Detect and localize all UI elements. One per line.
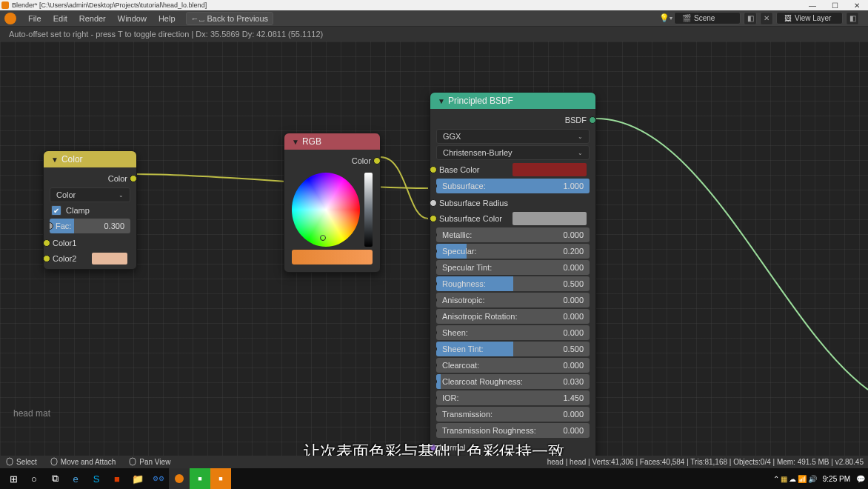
scene-label: Scene bbox=[694, 14, 715, 22]
node-bsdf-header[interactable]: ▼ Principled BSDF bbox=[430, 93, 595, 109]
socket-out-bsdf[interactable] bbox=[589, 116, 596, 124]
socket-in-color2[interactable] bbox=[43, 255, 50, 262]
socket-in[interactable] bbox=[436, 427, 437, 434]
bsdf-sss-dropdown[interactable]: Christensen-Burley⌄ bbox=[436, 145, 590, 160]
lamp-icon[interactable]: 💡▾ bbox=[661, 13, 671, 24]
sticky-notes-icon[interactable]: ▦ bbox=[781, 475, 787, 483]
bsdf-slider-4[interactable]: Metallic:0.000 bbox=[436, 227, 590, 242]
cortana-icon[interactable]: ○ bbox=[24, 468, 44, 489]
window-titlebar: Blender* [C:\Users\admin\Desktop\Project… bbox=[0, 0, 868, 10]
bsdf-slider-16[interactable]: Transmission Roughness:0.000 bbox=[436, 423, 590, 438]
bsdf-slider-10[interactable]: Sheen:0.000 bbox=[436, 325, 590, 340]
status-select: Select bbox=[6, 457, 37, 468]
bsdf-slider-9[interactable]: Anisotropic Rotation:0.000 bbox=[436, 309, 590, 324]
maximize-button[interactable]: ☐ bbox=[824, 0, 846, 10]
color2-swatch[interactable] bbox=[92, 253, 127, 265]
bsdf-slider-13[interactable]: Clearcoat Roughness:0.030 bbox=[436, 374, 590, 389]
value-slider[interactable] bbox=[364, 173, 373, 247]
start-button[interactable]: ⊞ bbox=[3, 468, 24, 489]
bsdf-slider-8[interactable]: Anisotropic:0.000 bbox=[436, 293, 590, 307]
bsdf-slider-1[interactable]: Subsurface:1.000 bbox=[436, 179, 590, 193]
bsdf-slider-11[interactable]: Sheen Tint:0.500 bbox=[436, 342, 590, 356]
blender-taskbar-icon[interactable] bbox=[169, 468, 190, 489]
menu-window[interactable]: Window bbox=[112, 13, 153, 24]
node-rgb-header[interactable]: ▼ RGB bbox=[284, 133, 380, 150]
node-principled-bsdf[interactable]: ▼ Principled BSDF BSDF GGX⌄ Christensen-… bbox=[430, 92, 596, 474]
settings-icon[interactable]: ⚙⚙ bbox=[148, 468, 169, 489]
socket-in[interactable] bbox=[430, 199, 437, 207]
scene-delete-button[interactable]: ✕ bbox=[760, 12, 773, 25]
menu-edit[interactable]: Edit bbox=[47, 13, 73, 24]
socket-in[interactable] bbox=[436, 362, 437, 369]
collapse-icon: ▼ bbox=[292, 138, 299, 146]
back-arrow-icon: ←⎵ bbox=[191, 14, 204, 23]
bsdf-slider-14[interactable]: IOR:1.450 bbox=[436, 390, 590, 405]
bsdf-slider-6[interactable]: Specular Tint:0.000 bbox=[436, 260, 590, 275]
viewlayer-field[interactable]: 🖼 View Layer bbox=[776, 12, 843, 24]
node-rgb[interactable]: ▼ RGB Color bbox=[284, 133, 381, 273]
collapse-icon: ▼ bbox=[438, 97, 445, 105]
scene-field[interactable]: 🎬 Scene bbox=[674, 12, 741, 24]
back-label: Back to Previous bbox=[207, 14, 269, 23]
socket-in[interactable] bbox=[436, 329, 437, 336]
color-wheel[interactable] bbox=[292, 173, 360, 247]
collapse-icon: ▼ bbox=[51, 156, 59, 164]
back-to-previous-button[interactable]: ←⎵ Back to Previous bbox=[186, 12, 274, 25]
mouse-icon bbox=[50, 457, 58, 468]
bsdf-slider-5[interactable]: Specular:0.200 bbox=[436, 244, 590, 259]
viewlayer-browse-button[interactable]: ◧ bbox=[846, 12, 859, 25]
menu-render[interactable]: Render bbox=[73, 13, 112, 24]
bsdf-output: BSDF bbox=[433, 112, 592, 127]
notifications-icon[interactable]: 💬 bbox=[856, 475, 865, 483]
viewlayer-icon: 🖼 bbox=[784, 14, 792, 22]
edge-icon[interactable]: e bbox=[65, 468, 86, 489]
socket-in[interactable] bbox=[436, 313, 437, 320]
node-editor[interactable]: ▼ Color Color Color⌄ ✔ Clamp Fac:0.300 C… bbox=[0, 41, 868, 456]
socket-in[interactable] bbox=[430, 444, 437, 451]
socket-in[interactable] bbox=[430, 215, 437, 222]
menu-file[interactable]: File bbox=[22, 13, 47, 24]
scene-browse-button[interactable]: ◧ bbox=[744, 12, 757, 25]
node-bsdf-title: Principled BSDF bbox=[448, 96, 513, 106]
bsdf-slider-12[interactable]: Clearcoat:0.000 bbox=[436, 358, 590, 373]
socket-in[interactable] bbox=[436, 296, 437, 304]
color-wheel-cursor bbox=[320, 235, 326, 241]
skype-icon[interactable]: S bbox=[86, 468, 107, 489]
node-mix-title: Color bbox=[61, 154, 83, 164]
socket-in[interactable] bbox=[436, 231, 437, 239]
socket-in[interactable] bbox=[436, 264, 437, 271]
clock[interactable]: 9:25 PM bbox=[818, 475, 855, 483]
bsdf-distribution-dropdown[interactable]: GGX⌄ bbox=[436, 129, 590, 144]
volume-icon[interactable]: 🔊 bbox=[808, 475, 817, 483]
explorer-icon[interactable]: 📁 bbox=[127, 468, 148, 489]
app-green-icon[interactable]: ■ bbox=[190, 468, 210, 489]
bsdf-slider-7[interactable]: Roughness:0.500 bbox=[436, 276, 590, 291]
color-result-swatch[interactable] bbox=[292, 250, 373, 265]
mix-fac-slider[interactable]: Fac:0.300 bbox=[50, 219, 130, 233]
socket-in[interactable] bbox=[436, 394, 437, 402]
office-icon[interactable]: ■ bbox=[107, 468, 127, 489]
socket-in[interactable] bbox=[430, 166, 437, 173]
wifi-icon[interactable]: 📶 bbox=[798, 475, 807, 483]
socket-out-rgb[interactable] bbox=[373, 157, 381, 164]
tray-up-icon[interactable]: ⌃ bbox=[773, 475, 779, 483]
menu-help[interactable]: Help bbox=[153, 13, 181, 24]
socket-out-color[interactable] bbox=[130, 175, 137, 182]
statusbar: Select Move and Attach Pan View head | h… bbox=[0, 456, 868, 468]
onedrive-icon[interactable]: ☁ bbox=[789, 475, 796, 483]
blender-logo-icon[interactable] bbox=[4, 13, 16, 24]
minimize-button[interactable]: — bbox=[801, 0, 824, 10]
close-button[interactable]: ✕ bbox=[846, 0, 868, 10]
mix-mode-dropdown[interactable]: Color⌄ bbox=[50, 187, 130, 202]
bsdf-row-17: Normal bbox=[433, 439, 592, 455]
socket-in[interactable] bbox=[436, 410, 437, 418]
node-mix-color-header[interactable]: ▼ Color bbox=[44, 151, 136, 167]
mix-clamp-checkbox[interactable]: ✔ Clamp bbox=[51, 205, 129, 216]
bsdf-slider-15[interactable]: Transmission:0.000 bbox=[436, 407, 590, 422]
check-icon: ✔ bbox=[51, 205, 61, 216]
taskview-icon[interactable]: ⧉ bbox=[44, 468, 65, 489]
node-mix-color[interactable]: ▼ Color Color Color⌄ ✔ Clamp Fac:0.300 C… bbox=[43, 150, 137, 270]
socket-in-color1[interactable] bbox=[43, 239, 50, 247]
app-orange-icon[interactable]: ■ bbox=[210, 468, 231, 489]
bsdf-row-2: Subsurface Radius bbox=[433, 195, 592, 210]
